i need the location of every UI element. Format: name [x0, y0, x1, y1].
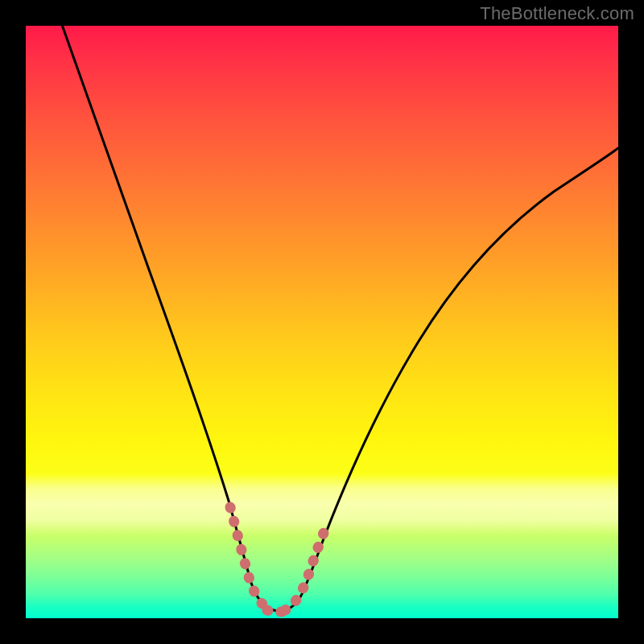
watermark-text: TheBottleneck.com: [480, 3, 634, 24]
chart-frame: TheBottleneck.com: [0, 0, 644, 644]
trough-highlight: [230, 507, 324, 612]
plot-area: [26, 26, 618, 618]
curve-layer: [26, 26, 618, 618]
bottleneck-curve: [61, 26, 618, 611]
